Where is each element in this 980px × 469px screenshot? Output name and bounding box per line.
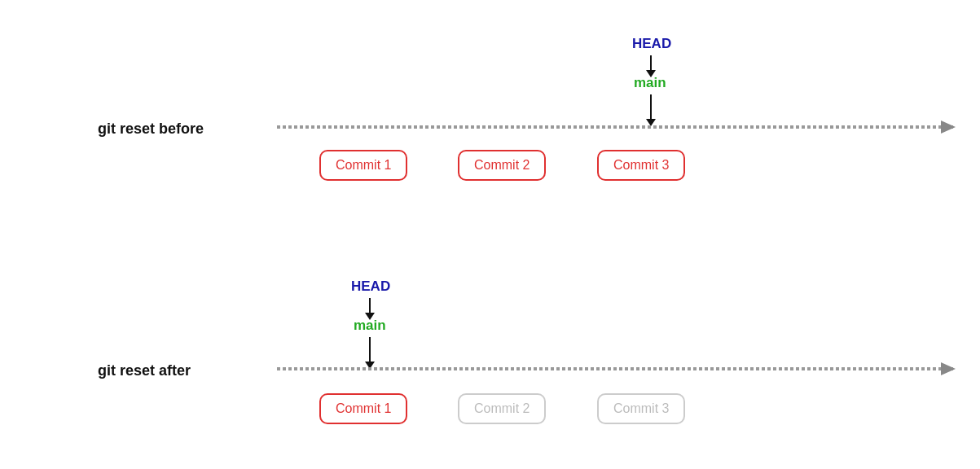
before-head-label: HEAD bbox=[632, 36, 671, 52]
before-head-arrow bbox=[646, 55, 656, 77]
before-commit-3: Commit 3 bbox=[597, 150, 685, 181]
after-commit-3: Commit 3 bbox=[597, 393, 685, 424]
before-commit-1: Commit 1 bbox=[319, 150, 407, 181]
before-label: git reset before bbox=[98, 121, 204, 138]
after-head-label: HEAD bbox=[351, 278, 390, 295]
after-label: git reset after bbox=[98, 362, 191, 379]
after-timeline bbox=[277, 366, 956, 371]
after-main-arrow bbox=[365, 337, 375, 369]
before-main-arrow bbox=[646, 94, 656, 126]
before-main-label: main bbox=[634, 75, 666, 91]
diagram-container: git reset before HEAD main Commit 1 Comm… bbox=[0, 0, 980, 469]
after-main-label: main bbox=[354, 318, 386, 334]
after-commit-2: Commit 2 bbox=[458, 393, 546, 424]
before-timeline bbox=[277, 125, 956, 129]
before-commit-2: Commit 2 bbox=[458, 150, 546, 181]
after-commit-1: Commit 1 bbox=[319, 393, 407, 424]
after-head-arrow bbox=[365, 298, 375, 320]
